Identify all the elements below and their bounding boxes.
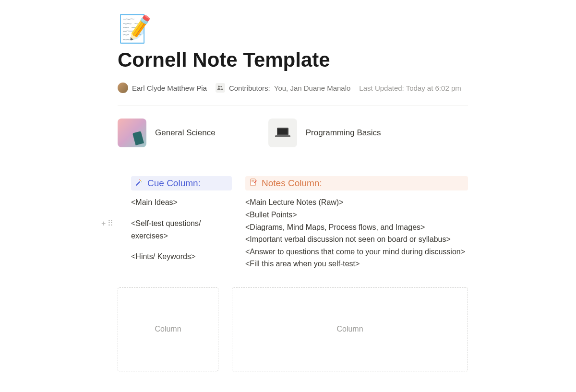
notes-column-body[interactable]: <Main Lecture Notes (Raw)> <Bullet Point… bbox=[245, 196, 468, 270]
people-icon bbox=[216, 83, 225, 93]
cue-column-body[interactable]: <Main Ideas> <Self-test questions/ exerc… bbox=[131, 196, 232, 262]
meta-row: Earl Clyde Matthew Pia Contributors: You… bbox=[118, 83, 468, 93]
svg-point-1 bbox=[220, 86, 222, 87]
subject-card-programming[interactable]: Programming Basics bbox=[268, 119, 381, 147]
drag-handle-icon[interactable]: ⠿ bbox=[108, 220, 113, 227]
svg-point-0 bbox=[218, 86, 220, 88]
subject-card-science[interactable]: General Science bbox=[118, 119, 216, 147]
empty-column-placeholder[interactable]: Column bbox=[118, 287, 218, 371]
cue-line[interactable]: <Main Ideas> bbox=[131, 196, 232, 209]
laptop-thumbnail-icon bbox=[268, 119, 297, 147]
empty-columns-row: Column Column bbox=[118, 287, 468, 371]
svg-rect-4 bbox=[275, 135, 290, 137]
author-name: Earl Clyde Matthew Pia bbox=[132, 84, 207, 92]
svg-point-7 bbox=[139, 179, 140, 180]
notes-line[interactable]: <Answer to questions that come to your m… bbox=[245, 246, 468, 258]
subject-title: General Science bbox=[155, 128, 216, 138]
placeholder-label: Column bbox=[336, 325, 363, 333]
notes-line[interactable]: <Main Lecture Notes (Raw)> bbox=[245, 196, 468, 209]
page-icon[interactable]: 📝 bbox=[118, 12, 152, 46]
empty-column-placeholder[interactable]: Column bbox=[232, 287, 468, 371]
notes-column-header[interactable]: Notes Column: bbox=[245, 176, 468, 190]
cue-column[interactable]: Cue Column: <Main Ideas> <Self-test ques… bbox=[131, 176, 232, 270]
subject-title: Programming Basics bbox=[306, 128, 381, 138]
svg-rect-3 bbox=[278, 129, 288, 134]
subjects-row: General Science Programming Basics bbox=[118, 119, 468, 147]
cue-column-header[interactable]: Cue Column: bbox=[131, 176, 232, 190]
notes-header-label: Notes Column: bbox=[262, 178, 322, 189]
svg-point-5 bbox=[140, 180, 141, 181]
science-thumbnail-icon bbox=[118, 119, 146, 147]
memo-icon: 📝 bbox=[118, 15, 152, 42]
cue-line[interactable]: <Hints/ Keywords> bbox=[131, 250, 232, 263]
cue-line[interactable]: <Self-test questions/ exercises> bbox=[131, 217, 232, 242]
contributors-label: Contributors: bbox=[229, 84, 270, 92]
page-title[interactable]: Cornell Note Template bbox=[118, 48, 468, 72]
add-block-button[interactable]: + bbox=[101, 220, 106, 227]
notes-line[interactable]: <Bullet Points> bbox=[245, 209, 468, 221]
contributors-names: You, Jan Duane Manalo bbox=[274, 84, 351, 92]
magic-wand-icon bbox=[135, 178, 144, 189]
notes-line[interactable]: <Diagrams, Mind Maps, Process flows, and… bbox=[245, 221, 468, 234]
notes-line[interactable]: <Important verbal discussion not seen on… bbox=[245, 233, 468, 246]
cue-header-label: Cue Column: bbox=[147, 178, 201, 189]
author-chip[interactable]: Earl Clyde Matthew Pia bbox=[118, 83, 207, 93]
document-edit-icon bbox=[249, 178, 258, 189]
block-controls: + ⠿ bbox=[101, 176, 118, 270]
notes-line[interactable]: <Fill this area when you self-test> bbox=[245, 258, 468, 270]
svg-point-6 bbox=[141, 182, 142, 183]
columns-area: + ⠿ Cue Column: <Main Ideas> <Self-te bbox=[101, 176, 468, 270]
contributors-chip[interactable]: Contributors: You, Jan Duane Manalo bbox=[216, 83, 350, 93]
placeholder-label: Column bbox=[155, 325, 181, 333]
page-container: 📝 Cornell Note Template Earl Clyde Matth… bbox=[89, 0, 487, 383]
notes-column[interactable]: Notes Column: <Main Lecture Notes (Raw)>… bbox=[245, 176, 468, 270]
avatar bbox=[118, 83, 128, 93]
last-updated: Last Updated: Today at 6:02 pm bbox=[359, 84, 461, 92]
divider bbox=[118, 106, 468, 106]
